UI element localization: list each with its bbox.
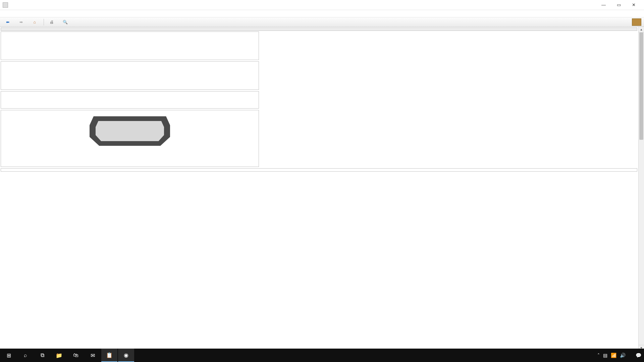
window-titlebar: — ▭ ✕ [0, 0, 644, 10]
volume-icon[interactable]: 🔊 [620, 353, 626, 358]
forward-button[interactable]: ➡ [15, 18, 28, 26]
vertical-scrollbar[interactable]: ▲ ▼ [638, 27, 644, 351]
window-minimize-button[interactable]: — [596, 0, 611, 10]
search-icon: 🔍 [62, 19, 68, 25]
chrome-icon[interactable]: ◉ [118, 349, 134, 362]
window-maximize-button[interactable]: ▭ [611, 0, 626, 10]
appearance-header [1, 91, 259, 109]
print-button[interactable]: 🖨 [46, 18, 59, 26]
location-block [1, 61, 259, 90]
forward-icon: ➡ [18, 19, 24, 25]
page-title [1, 27, 637, 31]
back-icon: ⬅ [5, 19, 10, 25]
app-task-icon[interactable]: 📋 [101, 349, 117, 362]
store-icon[interactable]: 🛍 [68, 349, 84, 362]
home-icon: ⌂ [32, 19, 37, 25]
network-icon[interactable]: ▤ [603, 353, 607, 358]
taskbar: ⊞ ⌕ ⧉ 📁 🛍 ✉ 📋 ◉ ˄ ▤ 📶 🔊 💬 [0, 349, 644, 362]
pinout-title [260, 32, 637, 34]
taskbar-search-icon[interactable]: ⌕ [17, 349, 34, 362]
toolbar: ⬅ ➡ ⌂ 🖨 🔍 [0, 17, 644, 27]
tray-chevron-icon[interactable]: ˄ [597, 353, 600, 358]
connector-diagram-cell [1, 110, 259, 167]
content-area [0, 27, 638, 351]
print-icon: 🖨 [49, 19, 54, 25]
search-button[interactable]: 🔍 [59, 18, 72, 26]
toolbar-separator [44, 19, 44, 25]
obd-connector-diagram [90, 116, 170, 146]
start-button[interactable]: ⊞ [1, 349, 17, 362]
menu-file[interactable] [1, 13, 7, 14]
menu-edit[interactable] [7, 13, 13, 14]
pinout-table [260, 32, 637, 36]
window-close-button[interactable]: ✕ [626, 0, 641, 10]
scroll-thumb[interactable] [639, 33, 643, 140]
app-icon [3, 2, 8, 8]
examples-header [1, 168, 637, 172]
scroll-up-icon[interactable]: ▲ [639, 27, 644, 33]
home-button[interactable]: ⌂ [29, 18, 42, 26]
model-years-block [1, 32, 259, 60]
file-explorer-icon[interactable]: 📁 [51, 349, 67, 362]
task-view-icon[interactable]: ⧉ [34, 349, 50, 362]
menu-about[interactable] [13, 13, 19, 14]
brand-logo [632, 18, 641, 26]
mail-icon[interactable]: ✉ [85, 349, 101, 362]
notifications-icon[interactable]: 💬 [636, 353, 641, 358]
back-button[interactable]: ⬅ [2, 18, 15, 26]
wifi-icon[interactable]: 📶 [611, 353, 616, 358]
menu-bar [0, 10, 644, 17]
